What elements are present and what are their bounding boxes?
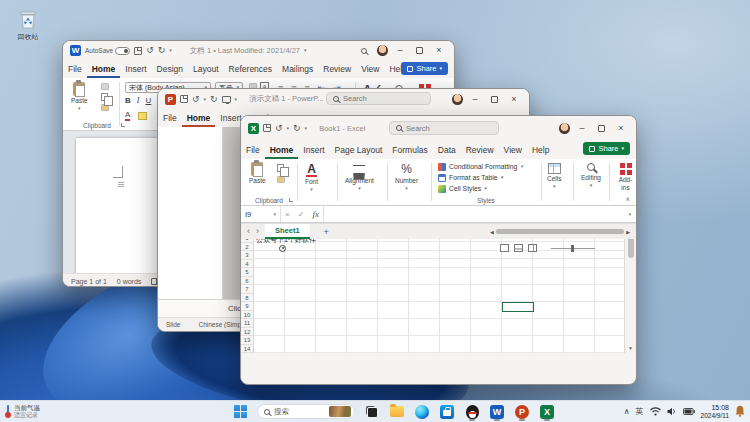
highlight-button[interactable] [138, 112, 147, 120]
row-header[interactable]: 3 [241, 251, 253, 260]
collapse-ribbon-icon[interactable]: ∧ [626, 195, 630, 202]
menu-item[interactable]: Layout [188, 60, 224, 78]
view-page-layout-icon[interactable] [514, 244, 523, 252]
save-icon[interactable] [180, 95, 188, 103]
fx-icon[interactable]: fx [308, 209, 323, 219]
italic-button[interactable]: I [137, 97, 140, 105]
formula-cancel-icon[interactable]: × [281, 210, 294, 219]
status-slide-label[interactable]: Slide [166, 321, 180, 328]
avatar[interactable] [377, 45, 388, 56]
paste-button[interactable]: Paste [249, 162, 266, 185]
row-header[interactable]: 10 [241, 311, 253, 320]
row-header[interactable]: 14 [241, 345, 253, 354]
vertical-scrollbar[interactable]: ▲ ▼ [624, 223, 636, 353]
word-taskbar-button[interactable]: W [489, 403, 505, 421]
cells-group-button[interactable]: Cells ▾ [547, 163, 561, 189]
file-explorer-button[interactable] [389, 403, 405, 421]
save-icon[interactable] [263, 124, 271, 132]
row-header[interactable]: 9 [241, 302, 253, 311]
minimize-button[interactable]: – [467, 95, 483, 104]
volume-icon[interactable] [667, 407, 677, 416]
scroll-left-icon[interactable]: ◀ [490, 229, 494, 235]
undo-icon[interactable]: ↺ [192, 95, 200, 104]
store-button[interactable] [439, 403, 455, 421]
view-page-break-icon[interactable] [528, 244, 537, 252]
copy-icon[interactable] [101, 93, 108, 101]
minimize-button[interactable]: – [574, 124, 590, 133]
clock[interactable]: 15:08 2024/9/11 [701, 404, 729, 420]
row-header[interactable]: 4 [241, 260, 253, 269]
menu-item[interactable]: Page Layout [330, 140, 388, 159]
cut-icon[interactable] [101, 83, 109, 90]
status-page-count[interactable]: Page 1 of 1 [71, 278, 107, 285]
avatar[interactable] [452, 94, 463, 105]
maximize-button[interactable] [416, 47, 423, 54]
format-painter-icon[interactable] [277, 176, 285, 183]
sheet-nav-next-icon[interactable]: › [256, 227, 259, 236]
horizontal-scrollbar[interactable]: ◀ ▶ [490, 227, 630, 236]
search-box[interactable]: Search [389, 121, 499, 135]
recycle-bin-shortcut[interactable]: 回收站 [10, 7, 46, 42]
row-header[interactable]: 11 [241, 319, 253, 328]
menu-item[interactable]: View [499, 140, 527, 159]
slide-thumbnail-panel[interactable] [158, 127, 223, 299]
formula-input[interactable] [323, 206, 624, 222]
scroll-down-icon[interactable]: ▼ [628, 345, 633, 352]
taskbar-search[interactable]: 搜索 [257, 404, 355, 419]
quick-access-caret-icon[interactable]: ▾ [235, 97, 238, 102]
underline-button[interactable]: U [145, 97, 151, 105]
maximize-button[interactable] [491, 96, 498, 103]
dialog-launcher-icon[interactable] [121, 123, 125, 127]
language-indicator[interactable]: 英 [636, 406, 644, 417]
row-header[interactable]: 6 [241, 277, 253, 286]
menu-item[interactable]: File [158, 109, 182, 127]
redo-icon[interactable]: ↻ [293, 124, 301, 133]
menu-item[interactable]: Insert [298, 140, 329, 159]
minimize-button[interactable]: – [392, 46, 408, 55]
menu-item[interactable]: View [356, 60, 384, 78]
row-header[interactable]: 8 [241, 294, 253, 303]
name-box[interactable]: I9 ▾ [241, 206, 281, 222]
edge-button[interactable] [414, 403, 430, 421]
undo-icon[interactable]: ↺ [146, 46, 154, 55]
number-group-button[interactable]: % Number ▾ [395, 162, 418, 191]
wifi-icon[interactable] [650, 407, 661, 416]
menu-item[interactable]: Home [182, 109, 216, 127]
menu-item[interactable]: Insert [120, 60, 151, 78]
add-sheet-button[interactable]: + [324, 227, 329, 237]
redo-icon[interactable]: ↻ [158, 46, 166, 55]
share-button[interactable]: Share ▾ [401, 62, 448, 75]
redo-icon[interactable]: ↻ [210, 95, 218, 104]
battery-icon[interactable] [683, 408, 695, 415]
formula-enter-icon[interactable]: ✓ [294, 210, 309, 219]
row-header[interactable]: 13 [241, 336, 253, 345]
menu-item[interactable]: Home [265, 140, 299, 159]
editing-group-button[interactable]: Editing ▾ [581, 163, 601, 188]
paste-button[interactable]: Paste ▾ [71, 82, 88, 111]
menu-item[interactable]: Help [527, 140, 554, 159]
menu-item[interactable]: Formulas [387, 140, 432, 159]
zoom-slider[interactable] [551, 248, 595, 249]
close-button[interactable]: × [613, 124, 629, 133]
zoom-knob[interactable] [571, 245, 574, 252]
search-icon[interactable] [361, 48, 367, 54]
alignment-group-button[interactable]: Alignment ▾ [345, 165, 374, 191]
quick-access-caret-icon[interactable]: ▾ [169, 48, 172, 53]
bold-button[interactable]: B [125, 97, 131, 105]
start-slideshow-icon[interactable] [222, 96, 231, 103]
font-color-button[interactable]: A [125, 111, 130, 121]
status-word-count[interactable]: 0 words [117, 278, 142, 285]
autosave-toggle[interactable]: AutoSave [85, 47, 130, 55]
cells-area[interactable]: 公众号下1个好软件 [254, 234, 624, 353]
share-button[interactable]: Share ▾ [583, 142, 630, 155]
ribbon-style-button[interactable]: Format as Table ▾ [438, 172, 523, 183]
start-button[interactable] [232, 403, 248, 421]
menu-item[interactable]: File [63, 60, 87, 78]
search-box[interactable]: Search [326, 92, 431, 105]
menu-item[interactable]: Review [318, 60, 356, 78]
scroll-right-icon[interactable]: ▶ [626, 229, 630, 235]
h-scroll-thumb[interactable] [496, 229, 624, 234]
powerpoint-taskbar-button[interactable]: P [514, 403, 530, 421]
save-icon[interactable] [134, 47, 142, 55]
weather-widget[interactable]: 当前气温 适宜记录 [5, 404, 40, 418]
